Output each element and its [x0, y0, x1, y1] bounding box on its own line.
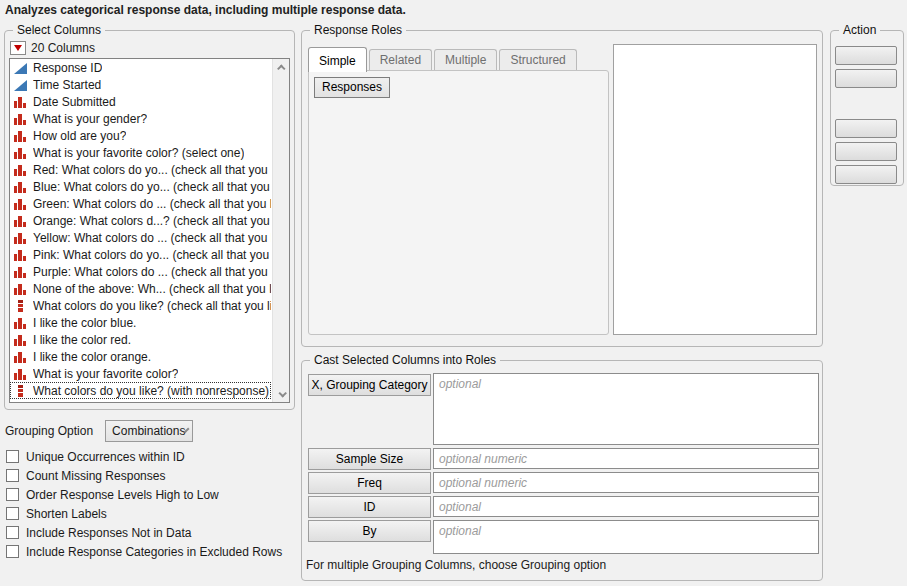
- column-list-item[interactable]: Orange: What colors d...? (check all tha…: [10, 212, 271, 229]
- column-list-item[interactable]: What is your gender?: [10, 110, 271, 127]
- checkbox-include-responses: Include Responses Not in Data: [6, 523, 282, 542]
- help-button[interactable]: [835, 165, 897, 184]
- columns-count-label: 20 Columns: [31, 41, 95, 55]
- column-list-item[interactable]: What colors do you like? (with nonrespon…: [10, 382, 271, 399]
- response-roles-listbox[interactable]: [613, 44, 817, 335]
- id-button[interactable]: ID: [308, 496, 431, 518]
- checkbox[interactable]: [6, 488, 19, 501]
- column-list-item[interactable]: What colors do you like? (check all that…: [10, 297, 271, 314]
- responses-button[interactable]: Responses: [314, 77, 390, 98]
- tab-simple[interactable]: Simple: [308, 47, 367, 72]
- column-label: What is your favorite color? (select one…: [33, 146, 244, 160]
- column-label: Orange: What colors d...? (check all tha…: [33, 214, 271, 228]
- checkbox-label: Order Response Levels High to Low: [26, 488, 219, 502]
- column-type-icon: [14, 198, 28, 210]
- column-type-icon: [14, 351, 28, 363]
- column-list-item[interactable]: What is your favorite color? (select one…: [10, 144, 271, 161]
- by-button[interactable]: By: [308, 520, 431, 542]
- column-type-icon: [14, 79, 28, 91]
- column-list-item[interactable]: None of the above: Wh... (check all that…: [10, 280, 271, 297]
- red-triangle-icon[interactable]: [10, 41, 26, 55]
- column-list-item[interactable]: Response ID: [10, 59, 271, 76]
- grouping-option-value: Combinations: [112, 424, 185, 438]
- checkbox[interactable]: [6, 507, 19, 520]
- columns-menu-row: 20 Columns: [10, 41, 95, 55]
- column-type-icon: [14, 368, 28, 380]
- recall-button[interactable]: [835, 142, 897, 161]
- column-label: What is your favorite color?: [33, 367, 178, 381]
- column-label: I like the color blue.: [33, 316, 136, 330]
- column-list[interactable]: Response ID Time Started Date Submitted …: [9, 58, 290, 403]
- tab-related[interactable]: Related: [369, 49, 432, 71]
- column-list-item[interactable]: I like the color red.: [10, 331, 271, 348]
- checkbox-count-missing: Count Missing Responses: [6, 466, 282, 485]
- column-label: Purple: What colors do ... (check all th…: [33, 265, 271, 279]
- options-checkbox-list: Unique Occurrences within ID Count Missi…: [6, 447, 282, 561]
- column-list-item[interactable]: Red: What colors do yo... (check all tha…: [10, 161, 271, 178]
- tab-structured[interactable]: Structured: [499, 49, 576, 71]
- by-field[interactable]: optional: [433, 520, 819, 554]
- column-label: Red: What colors do yo... (check all tha…: [33, 163, 271, 177]
- tab-label: Multiple: [445, 53, 486, 67]
- column-list-item[interactable]: Green: What colors do ... (check all tha…: [10, 195, 271, 212]
- checkbox[interactable]: [6, 545, 19, 558]
- response-roles-tabs: Simple Related Multiple Structured: [308, 47, 579, 71]
- column-list-item[interactable]: Time Started: [10, 76, 271, 93]
- grouping-option-select[interactable]: Combinations: [105, 420, 193, 442]
- response-roles-legend: Response Roles: [310, 23, 406, 37]
- column-type-icon: [14, 317, 28, 329]
- checkbox-label: Unique Occurrences within ID: [26, 450, 185, 464]
- column-type-icon: [14, 62, 28, 74]
- checkbox-shorten-labels: Shorten Labels: [6, 504, 282, 523]
- checkbox-label: Include Response Categories in Excluded …: [26, 545, 282, 559]
- checkbox[interactable]: [6, 526, 19, 539]
- column-label: Date Submitted: [33, 95, 116, 109]
- tab-multiple[interactable]: Multiple: [434, 49, 497, 71]
- remove-button[interactable]: [835, 119, 897, 138]
- column-type-icon: [14, 113, 28, 125]
- column-list-item[interactable]: How old are you?: [10, 127, 271, 144]
- column-list-item[interactable]: I like the color orange.: [10, 348, 271, 365]
- scroll-up-icon[interactable]: [273, 59, 290, 76]
- checkbox-label: Count Missing Responses: [26, 469, 165, 483]
- column-label: How old are you?: [33, 129, 126, 143]
- sample-size-field[interactable]: optional numeric: [433, 448, 819, 469]
- checkbox-order-levels: Order Response Levels High to Low: [6, 485, 282, 504]
- column-list-item[interactable]: Purple: What colors do ... (check all th…: [10, 263, 271, 280]
- action-buttons: [835, 46, 897, 188]
- column-type-icon: [14, 266, 28, 278]
- checkbox[interactable]: [6, 450, 19, 463]
- cancel-button[interactable]: [835, 69, 897, 88]
- select-columns-legend: Select Columns: [13, 23, 105, 37]
- scroll-down-icon[interactable]: [273, 385, 290, 402]
- ok-button[interactable]: [835, 46, 897, 65]
- freq-button[interactable]: Freq: [308, 472, 431, 494]
- column-label: Green: What colors do ... (check all tha…: [33, 197, 271, 211]
- checkbox-unique-occurrences: Unique Occurrences within ID: [6, 447, 282, 466]
- sample-size-button[interactable]: Sample Size: [308, 448, 431, 470]
- column-type-icon: [14, 147, 28, 159]
- column-type-icon: [14, 215, 28, 227]
- grouping-footnote: For multiple Grouping Columns, choose Gr…: [306, 558, 606, 572]
- column-type-icon: [14, 164, 28, 176]
- grouping-option-row: Grouping Option Combinations: [5, 420, 193, 442]
- column-list-item[interactable]: What is your favorite color?: [10, 365, 271, 382]
- column-list-item[interactable]: Blue: What colors do yo... (check all th…: [10, 178, 271, 195]
- x-grouping-category-button[interactable]: X, Grouping Category: [308, 374, 431, 396]
- x-grouping-category-field[interactable]: optional: [433, 373, 819, 445]
- grouping-option-label: Grouping Option: [5, 424, 93, 438]
- column-list-item[interactable]: Date Submitted: [10, 93, 271, 110]
- column-list-item[interactable]: I like the color blue.: [10, 314, 271, 331]
- column-label: Response ID: [33, 61, 102, 75]
- column-list-scrollbar[interactable]: [272, 59, 289, 402]
- column-label: None of the above: Wh... (check all that…: [33, 282, 271, 296]
- column-type-icon: [14, 334, 28, 346]
- freq-field[interactable]: optional numeric: [433, 472, 819, 493]
- id-field[interactable]: optional: [433, 496, 819, 517]
- column-list-item[interactable]: Pink: What colors do yo... (check all th…: [10, 246, 271, 263]
- checkbox[interactable]: [6, 469, 19, 482]
- checkbox-label: Shorten Labels: [26, 507, 107, 521]
- column-list-item[interactable]: Yellow: What colors do ... (check all th…: [10, 229, 271, 246]
- column-label: What colors do you like? (with nonrespon…: [33, 384, 269, 398]
- column-type-icon: [14, 130, 28, 142]
